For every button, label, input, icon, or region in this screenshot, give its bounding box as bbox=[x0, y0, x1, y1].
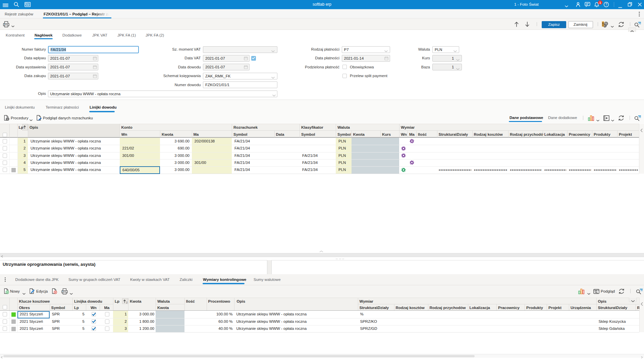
svg-text:2: 2 bbox=[126, 301, 127, 303]
svg-text:?: ? bbox=[605, 3, 607, 6]
